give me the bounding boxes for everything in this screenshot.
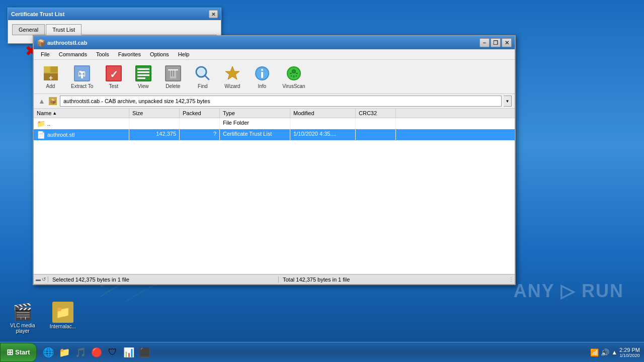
toolbar-delete-label: Delete [166, 83, 180, 89]
toolbar-add-label: Add [46, 83, 55, 89]
desktop: ANY ▷ RUN Certificate Trust List ✕ Gener… [0, 0, 644, 362]
back-button[interactable]: ▲ [37, 96, 47, 106]
file-name-parent: 📁 .. [34, 118, 129, 129]
menu-help[interactable]: Help [174, 50, 194, 58]
file-type-authroot: Certificate Trust List [220, 129, 290, 140]
taskbar-terminal-icon[interactable]: ⬛ [137, 345, 152, 360]
taskbar-folder-icon[interactable]: 📁 [57, 345, 72, 360]
svg-line-43 [296, 75, 297, 76]
anyrun-watermark: ANY ▷ RUN [514, 281, 624, 302]
taskbar-volume-icon: 🔊 [601, 348, 609, 356]
winrar-title-text: authrootstl.cab [47, 40, 87, 46]
file-crc-authroot [356, 129, 396, 140]
svg-rect-18 [137, 77, 145, 79]
status-bar: ▬ ↺ Selected 142,375 bytes in 1 file Tot… [34, 274, 515, 284]
svg-point-27 [198, 68, 205, 75]
taskbar-shield-icon[interactable]: 🛡 [105, 345, 120, 360]
internal-label: Internalac... [50, 324, 76, 329]
toolbar-extract-button[interactable]: 🗂 Extract To [66, 62, 98, 92]
taskbar-arrow-icon[interactable]: ▲ [611, 349, 617, 356]
toolbar-info-button[interactable]: Info [248, 62, 276, 92]
svg-text:+: + [48, 74, 52, 82]
cab-icon: 📦 [49, 97, 57, 105]
taskbar-network-icon: 📶 [590, 348, 599, 356]
winrar-title-icon: 📦 [37, 39, 45, 47]
svg-rect-23 [171, 70, 172, 76]
taskbar-app-icon[interactable]: 📊 [121, 345, 136, 360]
start-label: Start [15, 348, 30, 356]
menu-tools[interactable]: Tools [92, 50, 113, 58]
status-text-left: Selected 142,375 bytes in 1 file [48, 277, 279, 283]
view-icon [134, 64, 152, 82]
winrar-address-bar: ▲ 📦 authrootstl.cab - CAB archive, unpac… [34, 94, 515, 109]
cert-close-button[interactable]: ✕ [209, 10, 218, 18]
winrar-toolbar: + Add 🗂 Extract To [34, 60, 515, 94]
toolbar-virusscan-button[interactable]: VirusScan [278, 62, 309, 92]
windows-orb-icon: ⊞ [7, 347, 13, 357]
toolbar-find-button[interactable]: Find [189, 62, 216, 92]
file-modified-parent [290, 118, 356, 129]
col-header-name[interactable]: Name ▲ [34, 109, 129, 118]
toolbar-add-button[interactable]: + Add [37, 62, 64, 92]
file-list: 📁 .. File Folder 📄 authroot.stl 142,375 … [34, 118, 515, 274]
extract-icon: 🗂 [73, 64, 91, 82]
file-row-authroot[interactable]: 📄 authroot.stl 142,375 ? Certificate Tru… [34, 129, 515, 140]
cert-dialog-controls: ✕ [209, 10, 218, 18]
toolbar-info-label: Info [258, 83, 266, 89]
wizard-icon [223, 64, 242, 82]
menu-commands[interactable]: Commands [55, 50, 91, 58]
winrar-minimize-button[interactable]: − [479, 38, 490, 47]
winrar-restore-button[interactable]: ❐ [491, 38, 501, 47]
cert-dialog-title: Certificate Trust List [11, 11, 64, 17]
toolbar-wizard-label: Wizard [224, 83, 240, 89]
toolbar-test-button[interactable]: ✓ Test [100, 62, 127, 92]
clock-date: 1/10/2020 [619, 353, 640, 358]
col-header-crc[interactable]: CRC32 [356, 109, 396, 118]
file-name-authroot: 📄 authroot.stl [34, 129, 129, 140]
svg-rect-1 [44, 66, 50, 72]
desktop-icon-internal[interactable]: 📁 Internalac... [45, 302, 80, 329]
menu-favorites[interactable]: Favorites [114, 50, 145, 58]
cert-dialog-titlebar: Certificate Trust List ✕ [8, 8, 221, 20]
svg-point-38 [293, 70, 295, 72]
winrar-close-button[interactable]: ✕ [502, 38, 512, 47]
menu-file[interactable]: File [37, 50, 54, 58]
status-icons: ▬ ↺ [34, 277, 48, 282]
cert-tab-trustlist[interactable]: Trust List [46, 24, 82, 35]
cert-tabs: General Trust List [12, 24, 217, 35]
status-text-right: Total 142,375 bytes in 1 file [279, 277, 509, 283]
col-header-type[interactable]: Type [220, 109, 290, 118]
taskbar-ie-icon[interactable]: 🌐 [41, 345, 56, 360]
svg-rect-9 [81, 74, 83, 78]
file-row-parent[interactable]: 📁 .. File Folder [34, 118, 515, 129]
delete-icon [164, 64, 182, 82]
taskbar: ⊞ Start 🌐 📁 🎵 🔴 🛡 📊 ⬛ 📶 🔊 ▲ 2:29 PM 1/10… [0, 342, 644, 362]
cert-tab-general[interactable]: General [12, 24, 45, 35]
start-button[interactable]: ⊞ Start [0, 343, 37, 362]
col-header-size[interactable]: Size [129, 109, 180, 118]
internal-icon: 📁 [52, 302, 73, 323]
col-header-modified[interactable]: Modified [290, 109, 356, 118]
winrar-menubar: File Commands Tools Favorites Options He… [34, 49, 515, 60]
svg-line-42 [291, 75, 292, 76]
status-icon-1: ▬ [36, 277, 41, 282]
add-icon: + [42, 64, 60, 82]
address-input[interactable]: authrootstl.cab - CAB archive, unpacked … [60, 96, 502, 107]
desktop-icon-vlc[interactable]: 🎬 VLC media player [5, 302, 40, 334]
svg-point-33 [261, 69, 263, 71]
svg-rect-17 [137, 74, 149, 76]
vlc-label: VLC media player [5, 323, 40, 334]
toolbar-extract-label: Extract To [71, 83, 93, 89]
toolbar-view-button[interactable]: View [129, 62, 157, 92]
taskbar-chrome-icon[interactable]: 🔴 [89, 345, 104, 360]
svg-line-28 [205, 75, 209, 79]
taskbar-media-icon[interactable]: 🎵 [73, 345, 88, 360]
toolbar-wizard-button[interactable]: Wizard [218, 62, 246, 92]
winrar-window-controls: − ❐ ✕ [479, 38, 512, 47]
col-header-packed[interactable]: Packed [180, 109, 220, 118]
status-grip: ⋮ [509, 277, 515, 282]
toolbar-delete-button[interactable]: Delete [159, 62, 187, 92]
address-dropdown[interactable]: ▼ [504, 96, 512, 107]
menu-options[interactable]: Options [146, 50, 173, 58]
file-type-parent: File Folder [220, 118, 290, 129]
